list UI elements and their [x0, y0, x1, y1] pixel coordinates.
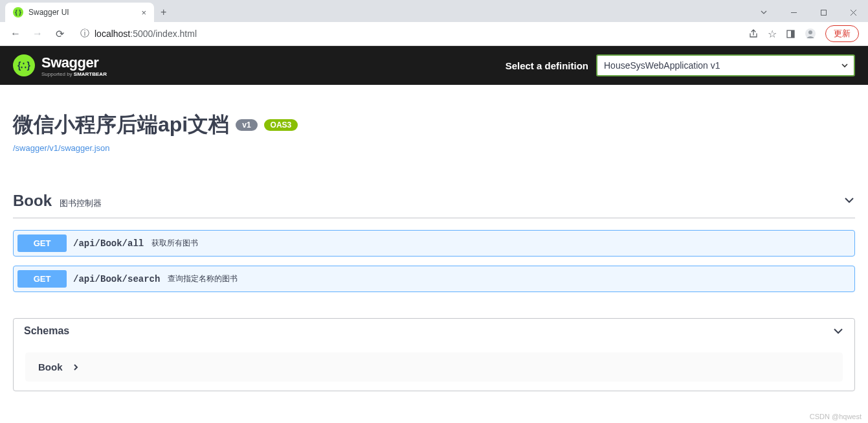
svg-rect-1 — [821, 10, 826, 15]
operation-summary: 查询指定名称的图书 — [168, 273, 238, 284]
chevron-right-icon — [72, 363, 80, 371]
profile-icon[interactable] — [805, 28, 816, 40]
select-definition-label: Select a definition — [506, 60, 588, 71]
reading-list-icon[interactable] — [786, 29, 796, 39]
schemas-body: Book — [14, 343, 854, 391]
maximize-icon[interactable] — [808, 3, 838, 22]
close-tab-icon[interactable]: × — [141, 8, 146, 17]
swagger-logo-text: Swagger Supported by SMARTBEAR — [41, 54, 107, 77]
reload-button[interactable]: ⟳ — [50, 25, 69, 43]
window-dropdown-icon[interactable] — [749, 3, 779, 22]
svg-point-5 — [808, 30, 812, 34]
browser-chrome: { } Swagger UI × + ← → ⟳ ⓘ localhost:500… — [0, 0, 868, 46]
schemas-section: Schemas Book — [13, 318, 855, 391]
tab-bar: { } Swagger UI × + — [0, 0, 868, 22]
operation-block[interactable]: GET /api/Book/search 查询指定名称的图书 — [13, 266, 855, 292]
schemas-title: Schemas — [24, 325, 69, 337]
api-info: 微信小程序后端api文档 v1 OAS3 — [13, 111, 855, 139]
operation-path: /api/Book/search — [73, 274, 160, 284]
operations-list: GET /api/Book/all 获取所有图书 GET /api/Book/s… — [13, 230, 855, 292]
tag-description: 图书控制器 — [60, 198, 102, 209]
bookmark-icon[interactable]: ☆ — [768, 28, 777, 40]
svg-rect-3 — [791, 30, 794, 38]
site-info-icon[interactable]: ⓘ — [80, 28, 89, 40]
new-tab-button[interactable]: + — [154, 3, 173, 22]
minimize-icon[interactable] — [779, 3, 808, 22]
tab-title: Swagger UI — [28, 8, 69, 17]
close-window-icon[interactable] — [838, 3, 868, 22]
chevron-down-icon — [843, 194, 855, 206]
update-button[interactable]: 更新 — [825, 25, 859, 42]
operation-summary: 获取所有图书 — [151, 238, 198, 249]
operation-block[interactable]: GET /api/Book/all 获取所有图书 — [13, 230, 855, 257]
spec-link[interactable]: /swagger/v1/swagger.json — [13, 143, 855, 153]
swagger-logo-icon: {∴} — [13, 54, 35, 76]
back-button[interactable]: ← — [6, 25, 25, 43]
share-icon[interactable] — [748, 29, 759, 39]
schema-name: Book — [38, 361, 63, 372]
method-badge-get: GET — [17, 270, 67, 288]
schemas-header[interactable]: Schemas — [14, 319, 854, 343]
address-bar: ← → ⟳ ⓘ localhost:5000/index.html ☆ 更新 — [0, 22, 868, 45]
url-text: localhost:5000/index.html — [95, 29, 197, 39]
toolbar-icons: ☆ 更新 — [748, 25, 862, 42]
window-controls — [749, 3, 868, 22]
tag-section: Book 图书控制器 GET /api/Book/all 获取所有图书 GET … — [13, 192, 855, 292]
swagger-logo[interactable]: {∴} Swagger Supported by SMARTBEAR — [13, 54, 107, 77]
version-badge: v1 — [236, 119, 257, 131]
swagger-main: 微信小程序后端api文档 v1 OAS3 /swagger/v1/swagger… — [0, 85, 868, 404]
browser-tab[interactable]: { } Swagger UI × — [5, 3, 154, 22]
api-title: 微信小程序后端api文档 — [13, 111, 229, 139]
tag-name: Book — [13, 192, 52, 210]
swagger-favicon: { } — [13, 7, 23, 17]
schema-item[interactable]: Book — [25, 352, 843, 382]
oas-badge: OAS3 — [264, 119, 298, 131]
method-badge-get: GET — [17, 234, 67, 252]
definition-select[interactable]: HouseSysWebApplication v1 — [596, 54, 855, 76]
chevron-down-icon — [832, 325, 844, 337]
swagger-topbar: {∴} Swagger Supported by SMARTBEAR Selec… — [0, 46, 868, 85]
forward-button[interactable]: → — [28, 25, 47, 43]
tag-header[interactable]: Book 图书控制器 — [13, 192, 855, 218]
url-field[interactable]: ⓘ localhost:5000/index.html — [72, 25, 744, 42]
operation-path: /api/Book/all — [73, 238, 144, 249]
watermark: CSDN @hqwest — [810, 413, 862, 420]
